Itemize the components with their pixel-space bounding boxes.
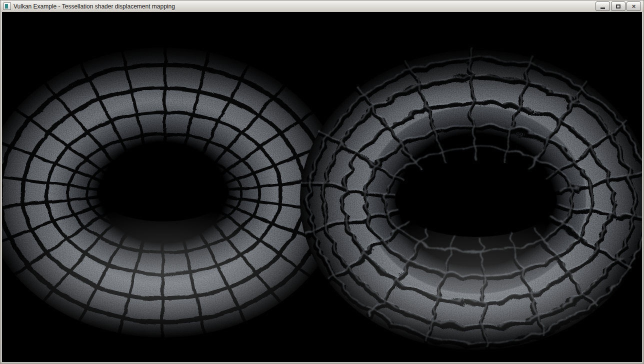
close-button[interactable]: × [626, 2, 641, 11]
maximize-button[interactable] [611, 2, 626, 11]
vulkan-scene[interactable] [2, 12, 642, 362]
minimize-icon [600, 8, 605, 9]
titlebar[interactable]: Vulkan Example - Tessellation shader dis… [0, 0, 644, 12]
app-icon [4, 2, 11, 10]
minimize-button[interactable] [596, 2, 610, 11]
window-title: Vulkan Example - Tessellation shader dis… [14, 3, 175, 10]
window-controls: × [594, 2, 641, 11]
close-icon: × [632, 3, 636, 10]
maximize-icon [616, 4, 620, 8]
render-viewport[interactable] [2, 12, 642, 362]
app-window: Vulkan Example - Tessellation shader dis… [0, 0, 644, 364]
